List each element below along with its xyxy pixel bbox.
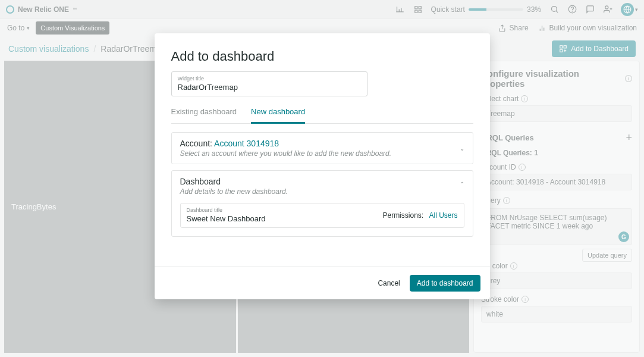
widget-title-input[interactable]: [178, 83, 361, 92]
dashboard-card-sub: Add details to the new dashboard.: [180, 187, 464, 196]
modal-title: Add to dashboard: [171, 49, 473, 64]
modal-footer: Cancel Add to dashboard: [155, 267, 490, 299]
permissions[interactable]: Permissions: All Users: [382, 211, 457, 220]
dashboard-title-label: Dashboard title: [187, 207, 383, 213]
account-name: Account 3014918: [214, 139, 279, 148]
permissions-value: All Users: [429, 211, 457, 220]
account-label: Account:: [180, 139, 212, 148]
tab-existing-dashboard[interactable]: Existing dashboard: [171, 104, 237, 123]
widget-title-label: Widget title: [178, 76, 361, 82]
dashboard-title-row: Dashboard title Permissions: All Users: [180, 203, 464, 228]
chevron-down-icon: ⌄: [460, 145, 464, 152]
chevron-up-icon[interactable]: ⌃: [460, 181, 464, 187]
account-sub: Select an account where you would like t…: [180, 149, 464, 158]
tab-new-dashboard[interactable]: New dashboard: [251, 104, 305, 124]
dashboard-card-title: Dashboard: [180, 177, 464, 186]
cancel-button[interactable]: Cancel: [378, 279, 400, 287]
dashboard-title-input[interactable]: [187, 214, 383, 223]
add-to-dashboard-modal: Add to dashboard Widget title Existing d…: [155, 33, 490, 299]
account-card[interactable]: Account: Account 3014918 Select an accou…: [171, 132, 473, 164]
submit-add-dashboard-button[interactable]: Add to dashboard: [410, 275, 480, 292]
dashboard-tabs: Existing dashboard New dashboard: [171, 104, 473, 124]
dashboard-card: Dashboard Add details to the new dashboa…: [171, 170, 473, 237]
modal-overlay[interactable]: Add to dashboard Widget title Existing d…: [0, 0, 644, 357]
widget-title-field[interactable]: Widget title: [171, 71, 367, 96]
